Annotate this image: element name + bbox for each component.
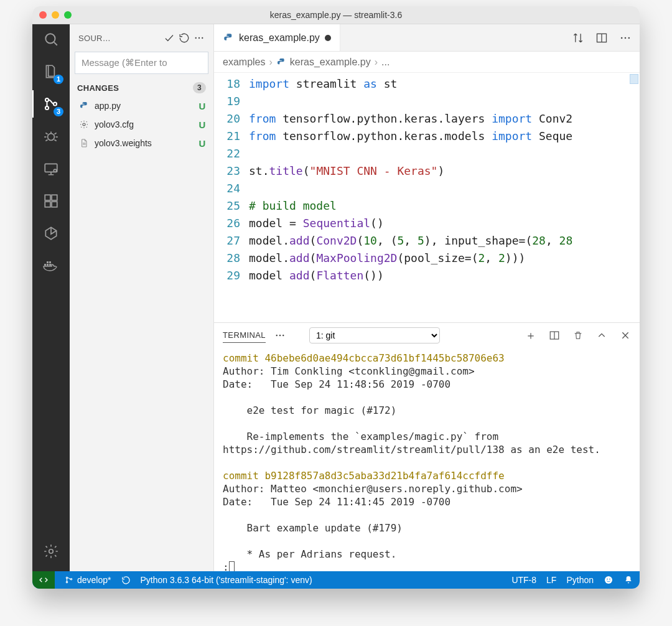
code-line[interactable]: 26model = Sequential() — [214, 215, 640, 232]
scm-badge: 3 — [54, 107, 63, 116]
breadcrumb[interactable]: examples › keras_example.py › ... — [214, 52, 640, 73]
code-line[interactable]: 23st.title("MNIST CNN - Keras") — [214, 162, 640, 180]
status-bar: develop* Python 3.6.3 64-bit ('streamlit… — [32, 571, 640, 589]
python-icon — [78, 100, 90, 111]
svg-point-4 — [54, 102, 57, 105]
activity-liveshare[interactable] — [42, 225, 60, 242]
svg-point-22 — [83, 123, 85, 126]
terminal-cursor — [229, 561, 235, 571]
svg-rect-12 — [44, 264, 46, 266]
status-feedback-icon[interactable] — [604, 575, 614, 585]
close-panel-icon[interactable] — [620, 328, 631, 343]
svg-point-17 — [49, 549, 54, 554]
code-line[interactable]: 22 — [214, 145, 640, 162]
change-item[interactable]: yolov3.cfgU — [70, 115, 213, 134]
activity-debug[interactable] — [42, 128, 60, 145]
status-sync[interactable] — [121, 576, 131, 585]
refresh-icon[interactable] — [179, 32, 194, 44]
svg-rect-9 — [45, 202, 50, 207]
line-number: 26 — [214, 215, 249, 232]
change-item[interactable]: yolov3.weightsU — [70, 134, 213, 152]
minimize-window-button[interactable] — [52, 11, 59, 19]
new-terminal-icon[interactable]: ＋ — [525, 328, 536, 343]
svg-rect-10 — [52, 202, 57, 207]
activity-bar: 1 3 — [32, 24, 70, 571]
code-line[interactable]: 24 — [214, 180, 640, 197]
svg-point-32 — [279, 335, 281, 336]
status-eol[interactable]: LF — [546, 575, 556, 585]
status-branch[interactable]: develop* — [65, 575, 111, 585]
activity-extensions[interactable] — [42, 192, 60, 210]
code-editor[interactable]: 18import streamlit as st1920from tensorf… — [214, 73, 640, 322]
status-interpreter[interactable]: Python 3.6.3 64-bit ('streamlit-staging'… — [141, 575, 312, 585]
change-name: app.py — [95, 101, 192, 111]
kill-terminal-icon[interactable] — [572, 328, 584, 343]
svg-point-31 — [276, 335, 277, 336]
changes-label: CHANGES — [77, 83, 119, 93]
editor-more-icon[interactable] — [618, 31, 632, 45]
change-status: U — [197, 101, 207, 111]
change-item[interactable]: app.pyU — [70, 96, 213, 115]
window-title: keras_example.py — streamlit-3.6 — [270, 10, 402, 20]
minimap[interactable] — [630, 74, 638, 84]
svg-point-30 — [628, 37, 630, 39]
split-editor-icon[interactable] — [595, 31, 609, 45]
maximize-window-button[interactable] — [64, 11, 72, 19]
activity-settings[interactable] — [42, 543, 60, 560]
close-window-button[interactable] — [39, 11, 47, 19]
code-line[interactable]: 27model.add(Conv2D(10, (5, 5), input_sha… — [214, 232, 640, 250]
svg-point-20 — [202, 37, 203, 39]
code-line[interactable]: 18import streamlit as st — [214, 75, 640, 93]
code-line[interactable]: 20from tensorflow.python.keras.layers im… — [214, 110, 640, 128]
crumb-examples[interactable]: examples — [223, 57, 265, 68]
status-notifications-icon[interactable] — [623, 575, 633, 585]
svg-point-21 — [82, 103, 83, 103]
svg-point-7 — [54, 169, 56, 172]
panel-more-icon[interactable] — [274, 330, 286, 341]
crumb-more[interactable]: ... — [381, 57, 390, 68]
code-line[interactable]: 25# build model — [214, 197, 640, 215]
line-number: 29 — [214, 267, 249, 284]
split-terminal-icon[interactable] — [549, 328, 560, 343]
status-language[interactable]: Python — [566, 575, 594, 585]
activity-explorer[interactable]: 1 — [42, 63, 60, 80]
compare-changes-icon[interactable] — [571, 31, 585, 45]
code-line[interactable]: 29model add(Flatten()) — [214, 267, 640, 284]
code-line[interactable]: 28model.add(MaxPooling2D(pool_size=(2, 2… — [214, 250, 640, 267]
activity-remote[interactable] — [42, 160, 60, 177]
line-number: 22 — [214, 145, 249, 162]
code-line[interactable]: 19 — [214, 93, 640, 110]
svg-rect-15 — [47, 261, 49, 263]
svg-point-25 — [226, 34, 228, 35]
change-status: U — [197, 138, 207, 149]
commit-message-input[interactable]: Message (⌘Enter to — [75, 52, 208, 74]
activity-docker[interactable] — [42, 257, 60, 274]
more-icon[interactable] — [194, 32, 208, 44]
gear-icon — [78, 119, 90, 130]
terminal-output[interactable]: commit 46bebe6d0ae494cbcca73d61bf1445bc5… — [214, 348, 640, 571]
svg-rect-11 — [52, 195, 57, 200]
tab-keras-example[interactable]: keras_example.py — [214, 24, 340, 51]
line-number: 28 — [214, 250, 249, 267]
panel-header: TERMINAL 1: git ＋ — [214, 323, 640, 348]
line-number: 23 — [214, 162, 249, 180]
panel-tab-terminal[interactable]: TERMINAL — [223, 328, 266, 343]
commit-icon[interactable] — [164, 32, 179, 44]
svg-point-2 — [45, 98, 49, 101]
code-line[interactable]: 21from tensorflow.python.keras.models im… — [214, 128, 640, 145]
python-icon — [276, 57, 286, 67]
maximize-panel-icon[interactable] — [596, 328, 607, 343]
svg-rect-13 — [47, 264, 49, 266]
terminal-select[interactable]: 1: git — [309, 327, 440, 343]
status-remote[interactable] — [32, 571, 55, 589]
svg-point-37 — [66, 581, 67, 582]
crumb-file[interactable]: keras_example.py — [290, 57, 371, 68]
activity-scm[interactable]: 3 — [42, 95, 60, 113]
change-name: yolov3.weights — [95, 138, 192, 148]
changes-section-header[interactable]: CHANGES 3 — [70, 79, 213, 96]
status-encoding[interactable]: UTF-8 — [511, 575, 536, 585]
line-number: 24 — [214, 180, 249, 197]
activity-search[interactable] — [42, 30, 60, 48]
sidebar-header: SOUR… — [70, 24, 213, 52]
line-number: 27 — [214, 232, 249, 250]
